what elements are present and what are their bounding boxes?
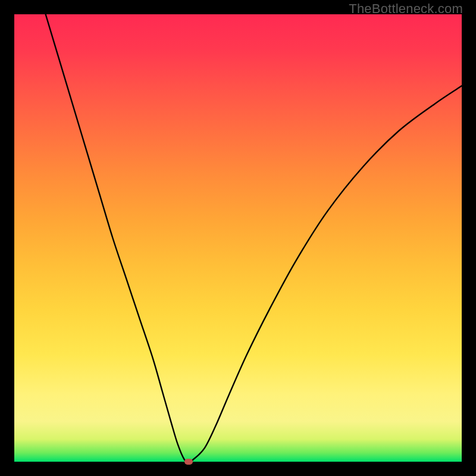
curve-svg — [14, 14, 462, 462]
plot-area — [14, 14, 462, 462]
chart-frame: TheBottleneck.com — [0, 0, 476, 476]
min-marker — [184, 459, 193, 465]
bottleneck-curve — [46, 14, 462, 462]
